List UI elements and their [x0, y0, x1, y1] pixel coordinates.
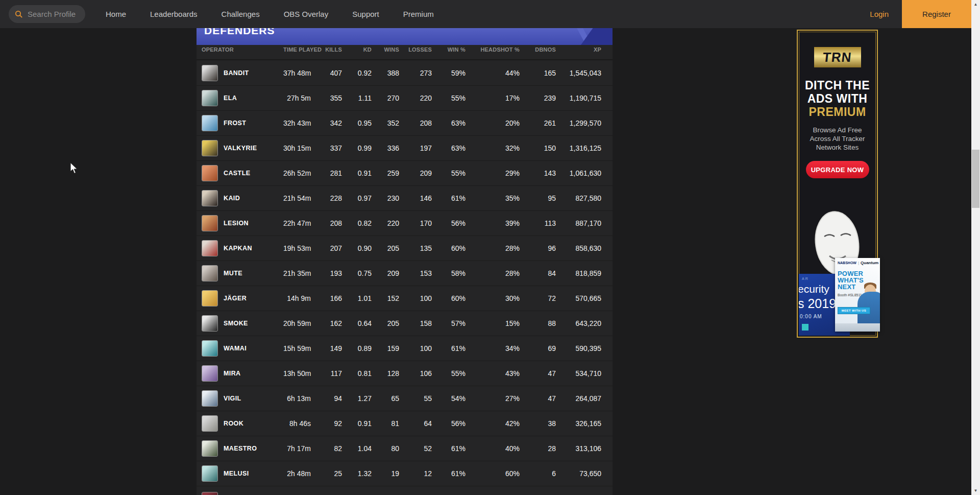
kd-value: 0.75 [342, 269, 372, 277]
col-wins[interactable]: WINS [372, 46, 399, 53]
col-kd[interactable]: KD [342, 46, 372, 53]
table-row[interactable]: KAID 21h 54m 228 0.97 230 146 61% 35% 95… [197, 185, 612, 210]
operator-icon [202, 190, 218, 206]
register-button[interactable]: Register [902, 0, 971, 28]
win-pct-value: 61% [432, 194, 465, 202]
trn-logo: TRN [814, 47, 861, 67]
headshot-pct-value: 44% [465, 69, 520, 77]
col-losses[interactable]: LOSSES [399, 46, 432, 53]
table-row[interactable]: VALKYRIE 30h 15m 337 0.99 336 197 63% 32… [197, 135, 612, 160]
headshot-pct-value: 39% [465, 219, 520, 227]
quantum-ad[interactable]: NABSHOW | Quantum POWER WHAT'S NEXT Boot… [835, 258, 880, 332]
table-row[interactable]: CASTLE 26h 52m 281 0.91 259 209 55% 29% … [197, 160, 612, 185]
time-played-value: 19h 53m [283, 244, 311, 252]
table-row[interactable]: MUTE 21h 35m 193 0.75 209 153 58% 28% 84… [197, 261, 612, 286]
defenders-table: DEFENDERS OPERATOR TIME PLAYED KILLS KD … [197, 28, 612, 495]
table-header-row: OPERATOR TIME PLAYED KILLS KD WINS LOSSE… [197, 45, 612, 60]
table-row[interactable]: KAPKAN 19h 53m 207 0.90 205 135 60% 28% … [197, 235, 612, 261]
operator-cell: MELUSI [197, 465, 283, 482]
dbnos-value: 261 [520, 119, 556, 127]
col-operator[interactable]: OPERATOR [197, 46, 283, 53]
table-row[interactable]: LESION 22h 47m 208 0.82 220 170 56% 39% … [197, 210, 612, 235]
table-row[interactable]: BANDIT 37h 48m 407 0.92 388 273 59% 44% … [197, 60, 612, 85]
wins-value: 65 [372, 394, 399, 403]
table-row[interactable]: JÄGER 14h 9m 166 1.01 152 100 60% 30% 72… [197, 286, 612, 311]
wins-value: 128 [372, 369, 399, 378]
time-played-value: 22h 47m [283, 219, 311, 227]
losses-value: 52 [399, 444, 432, 453]
col-kills[interactable]: KILLS [311, 46, 342, 53]
scrollbar-down-arrow[interactable]: ▼ [971, 486, 980, 495]
table-row[interactable]: ELA 27h 5m 355 1.11 270 220 55% 17% 239 … [197, 85, 612, 110]
upgrade-now-button[interactable]: UPGRADE NOW [806, 161, 869, 178]
login-button[interactable]: Login [856, 10, 902, 18]
table-row[interactable]: WAMAI 15h 59m 149 0.89 159 100 61% 34% 6… [197, 336, 612, 361]
operator-icon [202, 115, 218, 131]
scrollbar-up-arrow[interactable]: ▲ [971, 0, 980, 9]
mouse-cursor [69, 162, 79, 175]
nav-item-support[interactable]: Support [352, 10, 379, 18]
xp-value: 1,316,125 [556, 144, 612, 152]
search-input[interactable]: Search Profile [9, 5, 85, 23]
wins-value: 19 [372, 469, 399, 478]
col-headshot-pct[interactable]: HEADSHOT % [465, 46, 520, 53]
losses-value: 100 [399, 344, 432, 352]
nav-item-challenges[interactable]: Challenges [222, 10, 260, 18]
operator-cell: MUTE [197, 265, 283, 281]
table-row[interactable]: MELUSI 2h 48m 25 1.32 19 12 61% 60% 6 73… [197, 461, 612, 486]
quantum-ad-header: NABSHOW | Quantum [835, 258, 880, 265]
nav-item-leaderboards[interactable]: Leaderboards [150, 10, 198, 18]
trn-logo-text: TRN [822, 50, 853, 65]
operator-name: FROST [224, 120, 246, 127]
dbnos-value: 143 [520, 169, 556, 177]
operator-cell: KAPKAN [197, 240, 283, 256]
losses-value: 12 [399, 469, 432, 478]
wins-value: 220 [372, 219, 399, 227]
operator-icon [202, 340, 218, 357]
col-xp[interactable]: XP [556, 46, 612, 53]
scrollbar[interactable]: ▲ ▼ [971, 0, 980, 495]
headshot-pct-value: 15% [465, 319, 520, 327]
ad-subtext: Browse Ad Free Across All Tracker Networ… [798, 126, 877, 152]
nav-item-obs-overlay[interactable]: OBS Overlay [284, 10, 329, 18]
scrollbar-thumb[interactable] [972, 150, 979, 208]
operator-name: VALKYRIE [224, 145, 257, 152]
dbnos-value: 113 [520, 219, 556, 227]
operator-name: MUTE [224, 270, 242, 277]
col-time-played[interactable]: TIME PLAYED [283, 46, 311, 53]
kd-value: 0.64 [342, 319, 372, 327]
losses-value: 220 [399, 94, 432, 102]
meet-with-us-button[interactable]: MEET WITH US [838, 307, 870, 314]
table-row[interactable]: MIRA 13h 50m 117 0.81 128 106 55% 43% 47… [197, 361, 612, 386]
wins-value: 159 [372, 344, 399, 352]
table-row[interactable]: SMOKE 20h 59m 162 0.64 205 158 57% 15% 8… [197, 311, 612, 336]
ad-headline-line1: DITCH THE [798, 79, 877, 92]
table-row[interactable]: FROST 32h 43m 342 0.95 352 208 63% 20% 2… [197, 110, 612, 135]
dbnos-value: 88 [520, 319, 556, 327]
kills-value: 207 [311, 244, 342, 252]
win-pct-value: 63% [432, 119, 465, 127]
nav-item-home[interactable]: Home [106, 10, 126, 18]
nav-item-premium[interactable]: Premium [403, 10, 434, 18]
wins-value: 152 [372, 294, 399, 302]
col-dbnos[interactable]: DBNOS [520, 46, 556, 53]
operator-cell: LESION [197, 215, 283, 231]
top-nav: Search Profile Home Leaderboards Challen… [0, 0, 980, 28]
wins-value: 259 [372, 169, 399, 177]
operator-cell: JÄGER [197, 290, 283, 307]
webinar-ad-logo [802, 324, 808, 331]
table-row[interactable] [197, 486, 612, 495]
headshot-pct-value: 34% [465, 344, 520, 352]
table-row[interactable]: MAESTRO 7h 17m 82 1.04 80 52 61% 40% 28 … [197, 436, 612, 461]
premium-ad-panel: TRN DITCH THE ADS WITH PREMIUM Browse Ad… [797, 30, 878, 338]
xp-value: 1,545,043 [556, 69, 612, 77]
operator-icon [202, 492, 218, 495]
operator-icon [202, 440, 218, 457]
wins-value: 270 [372, 94, 399, 102]
table-row[interactable]: VIGIL 6h 13m 94 1.27 65 55 54% 27% 47 26… [197, 386, 612, 411]
col-win-pct[interactable]: WIN % [432, 46, 465, 53]
ad-headline: DITCH THE ADS WITH [798, 79, 877, 105]
table-row[interactable]: ROOK 8h 46s 92 0.91 81 64 56% 42% 38 326… [197, 411, 612, 436]
operator-name: MAESTRO [224, 445, 257, 452]
losses-value: 106 [399, 369, 432, 378]
